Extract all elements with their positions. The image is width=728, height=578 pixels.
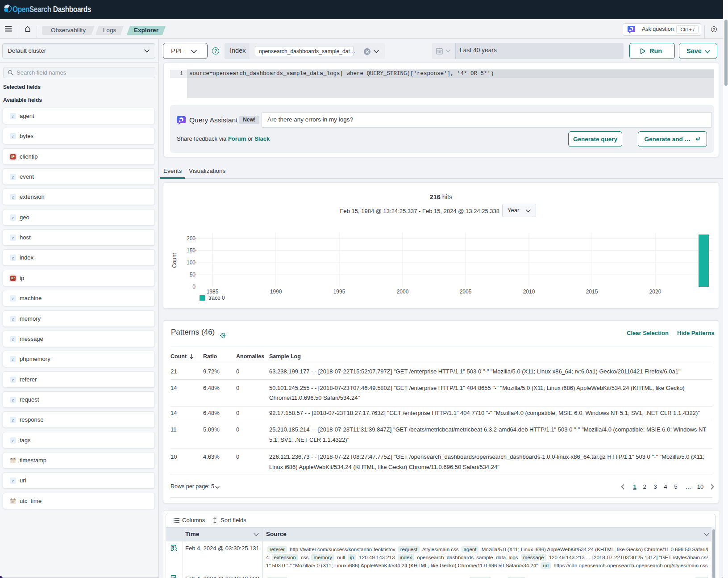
svg-text:150: 150: [187, 247, 196, 254]
svg-text:2005: 2005: [460, 289, 472, 295]
svg-text:2010: 2010: [523, 289, 535, 295]
svg-text:2015: 2015: [586, 289, 598, 295]
svg-text:1995: 1995: [333, 289, 345, 295]
svg-text:1985: 1985: [207, 289, 219, 295]
svg-text:200: 200: [187, 235, 196, 242]
svg-text:50: 50: [190, 272, 196, 278]
svg-text:0: 0: [192, 284, 196, 290]
svg-text:trace 0: trace 0: [208, 295, 225, 301]
svg-text:2000: 2000: [397, 289, 409, 295]
svg-text:100: 100: [187, 260, 196, 266]
svg-text:2020: 2020: [649, 289, 661, 295]
svg-text:1990: 1990: [270, 289, 282, 295]
